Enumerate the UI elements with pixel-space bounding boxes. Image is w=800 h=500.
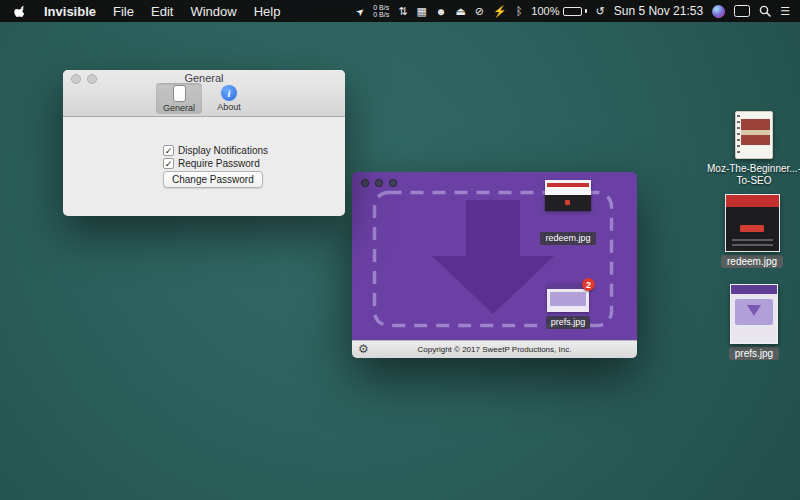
zoom-button[interactable] [389, 179, 397, 187]
desktop-icon-prefs[interactable]: prefs.jpg [726, 284, 782, 360]
file-label: redeem.jpg [540, 232, 595, 245]
desktop-icon-moz-pdf[interactable]: Moz-The-Beginner...-To-SEO [706, 111, 800, 187]
tab-label: About [217, 102, 241, 112]
do-not-disturb-icon[interactable]: ⊘ [475, 6, 484, 17]
info-icon: i [221, 85, 237, 101]
tab-about[interactable]: i About [206, 83, 252, 114]
battery-nub [585, 9, 587, 13]
menu-help[interactable]: Help [254, 4, 281, 19]
tab-general[interactable]: General [156, 83, 202, 114]
prefs-thumbnail: 2 [547, 284, 589, 312]
display-notifications-checkbox[interactable]: ✓ [163, 145, 174, 156]
app-menu-title[interactable]: Invisible [44, 4, 96, 19]
menu-window[interactable]: Window [190, 4, 236, 19]
siri-icon[interactable] [712, 5, 725, 18]
desktop-icon-label: Moz-The-Beginner...-To-SEO [707, 163, 800, 187]
net-up-label: 0 B/s [373, 4, 389, 12]
invisible-drop-window: redeem.jpg 2 prefs.jpg ⚙ Copyright © 201… [352, 172, 637, 358]
prefs-image-thumbnail [730, 284, 778, 344]
redeem-image-thumbnail [725, 194, 780, 252]
time-machine-icon[interactable]: ↺ [596, 6, 605, 17]
bluetooth-icon[interactable]: ᛒ [516, 6, 523, 17]
preferences-toolbar: General i About [63, 83, 345, 114]
tab-label: General [163, 103, 195, 113]
desktop-icon-label: redeem.jpg [721, 255, 783, 268]
pdf-document-icon [735, 111, 773, 159]
checkbox-label: Require Password [178, 158, 260, 169]
location-icon[interactable]: ➤ [353, 4, 366, 18]
updown-icon[interactable]: ⇅ [398, 6, 407, 17]
minimize-button[interactable] [375, 179, 383, 187]
menu-bar-status: ➤ 0 B/s 0 B/s ⇅ ▦ ☻ ⏏ ⊘ ⚡ ᛒ 100% ↺ Sun 5… [356, 4, 800, 19]
preferences-content: ✓ Display Notifications ✓ Require Passwo… [63, 117, 345, 216]
dropped-file-redeem[interactable]: redeem.jpg [540, 180, 596, 245]
battery-status[interactable]: 100% [531, 5, 586, 17]
count-badge: 2 [582, 278, 595, 291]
download-arrow-icon [432, 200, 554, 318]
desktop-icon-label: prefs.jpg [729, 347, 779, 360]
battery-percent-label: 100% [531, 5, 559, 17]
file-label: prefs.jpg [546, 316, 591, 329]
desktop-icon-redeem[interactable]: redeem.jpg [722, 194, 782, 268]
apple-menu-icon[interactable] [14, 4, 27, 19]
require-password-row: ✓ Require Password [163, 158, 260, 169]
net-down-label: 0 B/s [373, 11, 389, 19]
drop-window-footer: ⚙ Copyright © 2017 SweetP Productions, I… [352, 340, 637, 358]
notification-center-icon[interactable]: ☰ [780, 6, 790, 17]
preferences-header: General General i About [63, 70, 345, 117]
menu-bar-left: Invisible File Edit Window Help [0, 4, 280, 19]
require-password-checkbox[interactable]: ✓ [163, 158, 174, 169]
checkbox-label: Display Notifications [178, 145, 268, 156]
display-icon[interactable] [734, 5, 750, 17]
user-icon[interactable]: ☻ [436, 6, 447, 17]
menu-bar: Invisible File Edit Window Help ➤ 0 B/s … [0, 0, 800, 22]
bolt-icon[interactable]: ⚡ [493, 6, 507, 17]
display-notifications-row: ✓ Display Notifications [163, 145, 268, 156]
window-controls [361, 179, 397, 187]
menu-file[interactable]: File [113, 4, 134, 19]
preferences-window: General General i About ✓ Display Notifi… [63, 70, 345, 216]
dropped-file-prefs[interactable]: 2 prefs.jpg [540, 284, 596, 329]
settings-gear-icon[interactable]: ⚙ [358, 341, 369, 358]
change-password-button[interactable]: Change Password [163, 171, 263, 188]
close-button[interactable] [361, 179, 369, 187]
spotlight-icon[interactable] [759, 5, 771, 17]
menu-edit[interactable]: Edit [151, 4, 173, 19]
eject-icon[interactable]: ⏏ [455, 6, 465, 17]
copyright-text: Copyright © 2017 SweetP Productions, Inc… [352, 341, 637, 358]
stats-icon[interactable]: ▦ [416, 6, 426, 17]
menu-bar-clock[interactable]: Sun 5 Nov 21:53 [614, 4, 703, 18]
redeem-thumbnail [545, 180, 591, 211]
network-speed[interactable]: 0 B/s 0 B/s [373, 4, 389, 19]
general-tab-icon [173, 85, 186, 102]
battery-icon [563, 7, 582, 16]
